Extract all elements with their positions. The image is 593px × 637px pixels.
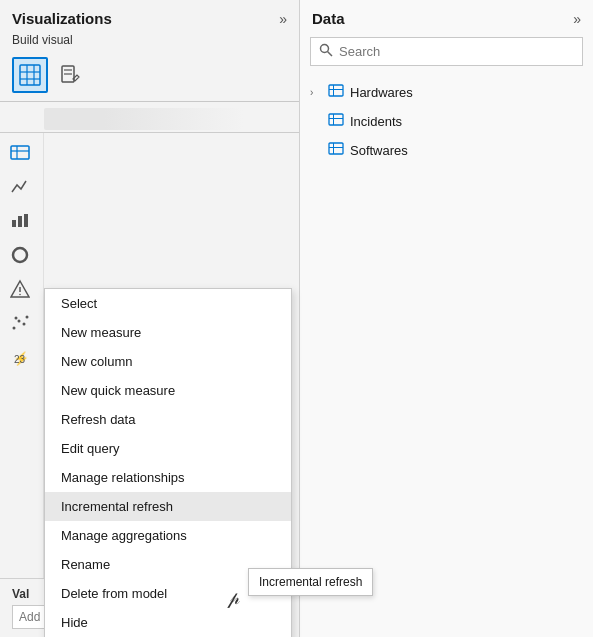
- svg-rect-31: [329, 114, 343, 125]
- search-icon: [319, 43, 333, 60]
- context-menu-new-quick-measure[interactable]: New quick measure: [45, 376, 291, 405]
- strip-warning-icon[interactable]: [0, 273, 40, 305]
- context-menu-new-measure[interactable]: New measure: [45, 318, 291, 347]
- svg-rect-11: [12, 220, 16, 227]
- svg-rect-34: [329, 143, 343, 154]
- svg-point-20: [18, 320, 21, 323]
- strip-scatter-icon[interactable]: [0, 307, 40, 339]
- svg-rect-8: [11, 146, 29, 159]
- strip-lightning-icon[interactable]: ⚡ 23: [0, 341, 40, 373]
- incidents-table-icon: [328, 112, 344, 131]
- blurred-header-row: [0, 106, 299, 133]
- tooltip-text: Incremental refresh: [259, 575, 362, 589]
- svg-point-23: [15, 317, 18, 320]
- tree-item-softwares[interactable]: Softwares: [300, 136, 593, 165]
- svg-rect-12: [18, 216, 22, 227]
- strip-table-icon[interactable]: [0, 137, 40, 169]
- softwares-table-icon: [328, 141, 344, 160]
- viz-left-strip: ⚡ 23: [0, 133, 44, 637]
- svg-point-18: [19, 294, 21, 296]
- viz-expand-icon[interactable]: »: [279, 11, 287, 27]
- svg-point-22: [26, 316, 29, 319]
- viz-body: ⚡ 23 Select New measure New column New q…: [0, 133, 299, 637]
- svg-point-15: [17, 252, 24, 259]
- viz-panel-title: Visualizations: [12, 10, 112, 27]
- svg-point-26: [321, 45, 329, 53]
- visualizations-panel: Visualizations » Build visual: [0, 0, 300, 637]
- svg-line-27: [328, 52, 333, 57]
- context-menu-hide[interactable]: Hide: [45, 608, 291, 637]
- hardwares-table-icon: [328, 83, 344, 102]
- blurred-tabs: [44, 108, 244, 130]
- context-menu-manage-aggregations[interactable]: Manage aggregations: [45, 521, 291, 550]
- strip-line-icon[interactable]: [0, 171, 40, 203]
- context-menu-select[interactable]: Select: [45, 289, 291, 318]
- main-container: Visualizations » Build visual: [0, 0, 593, 637]
- svg-point-21: [23, 323, 26, 326]
- viz-panel-header: Visualizations »: [0, 0, 299, 33]
- viz-icons-row: [0, 53, 299, 97]
- strip-bar-icon[interactable]: [0, 205, 40, 237]
- svg-point-19: [13, 327, 16, 330]
- table-viz-button[interactable]: [12, 57, 48, 93]
- divider: [0, 101, 299, 102]
- search-box: [310, 37, 583, 66]
- data-panel-title: Data: [312, 10, 345, 27]
- build-visual-label: Build visual: [0, 33, 299, 53]
- context-menu-incremental-refresh[interactable]: Incremental refresh: [45, 492, 291, 521]
- tree-item-hardwares[interactable]: › Hardwares: [300, 78, 593, 107]
- data-panel-header: Data »: [300, 0, 593, 33]
- tooltip-box: Incremental refresh: [248, 568, 373, 596]
- context-menu-refresh-data[interactable]: Refresh data: [45, 405, 291, 434]
- svg-text:23: 23: [14, 354, 26, 365]
- context-menu-new-column[interactable]: New column: [45, 347, 291, 376]
- data-expand-icon[interactable]: »: [573, 11, 581, 27]
- context-menu-manage-relationships[interactable]: Manage relationships: [45, 463, 291, 492]
- svg-rect-0: [20, 65, 40, 85]
- incidents-label: Incidents: [350, 114, 402, 129]
- softwares-label: Softwares: [350, 143, 408, 158]
- edit-viz-button[interactable]: [52, 57, 88, 93]
- context-menu-edit-query[interactable]: Edit query: [45, 434, 291, 463]
- svg-rect-28: [329, 85, 343, 96]
- tree-item-incidents[interactable]: Incidents: [300, 107, 593, 136]
- hardwares-label: Hardwares: [350, 85, 413, 100]
- data-panel: Data » ›: [300, 0, 593, 637]
- svg-rect-13: [24, 214, 28, 227]
- data-tree: › Hardwares: [300, 74, 593, 169]
- search-input[interactable]: [339, 44, 574, 59]
- strip-donut-icon[interactable]: [0, 239, 40, 271]
- hardwares-chevron: ›: [310, 87, 322, 98]
